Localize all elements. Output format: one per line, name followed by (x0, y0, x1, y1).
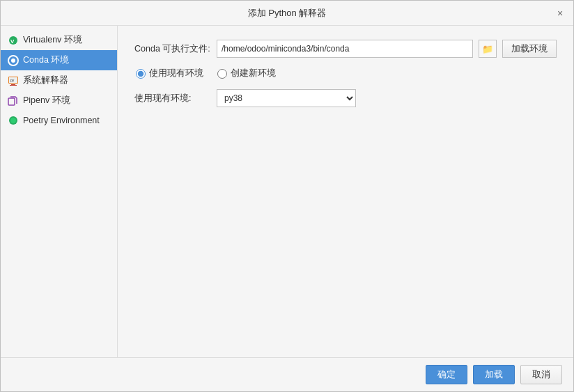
add-label: 加载 (485, 370, 503, 379)
add-interpreter-dialog: 添加 Python 解释器 × V Virtualenv 环境 Conda 环境 (0, 0, 574, 392)
sidebar: V Virtualenv 环境 Conda 环境 py (1, 26, 118, 357)
svg-rect-6 (10, 85, 17, 86)
conda-icon (8, 55, 19, 66)
browse-folder-button[interactable]: 📁 (479, 40, 497, 58)
env-select-row: 使用现有环境: py38 base py39 (134, 89, 557, 107)
existing-env-label: 使用现有环境: (134, 93, 211, 104)
folder-icon: 📁 (482, 44, 493, 54)
cancel-label: 取消 (532, 370, 550, 379)
add-button[interactable]: 加载 (473, 365, 515, 384)
virtualenv-icon: V (8, 35, 19, 46)
sidebar-label-pipenv: Pipenv 环境 (23, 95, 70, 107)
main-content: Conda 可执行文件: 📁 加载环境 使用现有环境 创建新环境 (118, 26, 573, 357)
pipenv-icon (8, 95, 19, 107)
create-new-radio[interactable] (217, 69, 227, 79)
env-select[interactable]: py38 base py39 (217, 89, 356, 107)
svg-text:V: V (10, 38, 15, 45)
poetry-icon (8, 115, 19, 126)
conda-exec-row: Conda 可执行文件: 📁 加载环境 (134, 40, 557, 58)
sidebar-item-system[interactable]: py 系统解释器 (1, 70, 117, 91)
ok-button[interactable]: 确定 (426, 365, 467, 384)
close-button[interactable]: × (554, 7, 566, 19)
use-existing-option[interactable]: 使用现有环境 (136, 68, 203, 79)
sidebar-item-conda[interactable]: Conda 环境 (1, 50, 117, 70)
svg-text:py: py (10, 78, 15, 82)
sidebar-label-system: 系统解释器 (23, 75, 68, 86)
sidebar-item-virtualenv[interactable]: V Virtualenv 环境 (1, 30, 117, 50)
sidebar-item-pipenv[interactable]: Pipenv 环境 (1, 91, 117, 111)
sidebar-label-virtualenv: Virtualenv 环境 (23, 34, 82, 46)
conda-exec-input[interactable] (217, 40, 473, 58)
ok-label: 确定 (437, 370, 456, 379)
radio-row: 使用现有环境 创建新环境 (134, 68, 557, 79)
cancel-button[interactable]: 取消 (520, 365, 562, 384)
use-existing-label: 使用现有环境 (149, 68, 203, 79)
conda-exec-label: Conda 可执行文件: (134, 43, 211, 55)
dialog-title: 添加 Python 解释器 (248, 7, 327, 19)
svg-point-3 (11, 58, 15, 63)
create-new-option[interactable]: 创建新环境 (217, 68, 276, 79)
sidebar-label-poetry: Poetry Environment (23, 116, 100, 125)
dialog-body: V Virtualenv 环境 Conda 环境 py (1, 26, 573, 357)
title-bar: 添加 Python 解释器 × (1, 1, 573, 26)
svg-rect-9 (8, 98, 15, 105)
load-env-button[interactable]: 加载环境 (502, 40, 557, 58)
use-existing-radio[interactable] (136, 69, 146, 79)
sidebar-label-conda: Conda 环境 (23, 54, 69, 66)
create-new-label: 创建新环境 (231, 68, 276, 79)
sidebar-item-poetry[interactable]: Poetry Environment (1, 111, 117, 130)
system-icon: py (8, 75, 19, 86)
dialog-footer: 确定 加载 取消 (1, 357, 573, 391)
